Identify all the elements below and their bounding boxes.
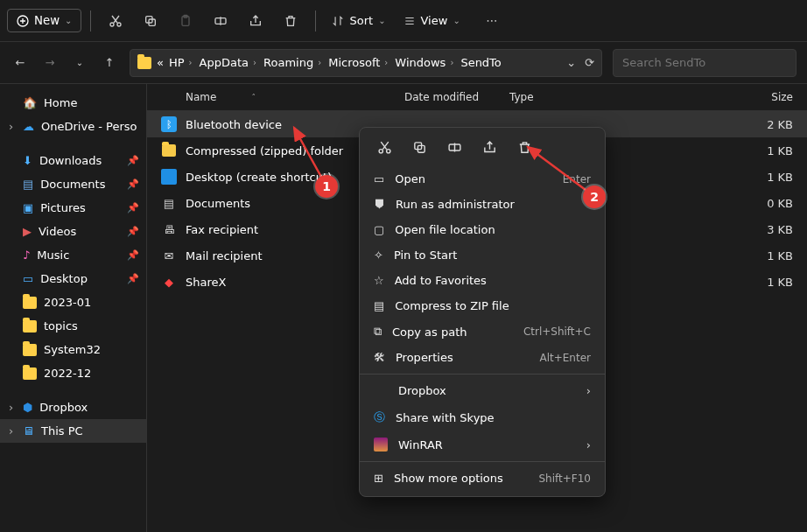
column-headers: Name˄ Date modified Type Size bbox=[147, 84, 807, 111]
sidebar-item-documents[interactable]: ▤Documents📌 bbox=[0, 172, 146, 196]
annotation-marker-2: 2 bbox=[583, 186, 606, 208]
svg-point-9 bbox=[386, 149, 389, 152]
desktop-icon: ▭ bbox=[23, 272, 33, 285]
cloud-icon: ☁ bbox=[23, 120, 34, 133]
search-box[interactable] bbox=[613, 49, 796, 77]
sidebar-item-videos[interactable]: ▶Videos📌 bbox=[0, 220, 146, 243]
sidebar-item-pictures[interactable]: ▣Pictures📌 bbox=[0, 196, 146, 220]
copy-icon[interactable] bbox=[411, 138, 428, 156]
paste-icon[interactable] bbox=[170, 5, 201, 37]
home-icon: 🏠 bbox=[23, 96, 37, 109]
share-icon[interactable] bbox=[481, 138, 498, 156]
new-button[interactable]: New ⌄ bbox=[7, 9, 81, 32]
col-size[interactable]: Size bbox=[740, 91, 793, 103]
bc-seg-5[interactable]: SendTo bbox=[460, 56, 501, 69]
bc-seg-3[interactable]: Microsoft› bbox=[328, 56, 389, 69]
cut-icon[interactable] bbox=[375, 138, 393, 156]
ctx-open-location[interactable]: ▢Open file location bbox=[360, 217, 605, 242]
sort-icon bbox=[332, 15, 344, 27]
folder-icon bbox=[23, 297, 37, 309]
sort-asc-icon: ˄ bbox=[251, 93, 256, 102]
col-name[interactable]: Name˄ bbox=[186, 91, 404, 103]
videos-icon: ▶ bbox=[23, 225, 32, 238]
ctx-winrar[interactable]: WinRAR› bbox=[360, 431, 605, 458]
view-label: View bbox=[421, 14, 448, 27]
sidebar-dropbox[interactable]: ⬢Dropbox bbox=[0, 396, 146, 419]
shield-icon: ⛊ bbox=[374, 198, 385, 211]
search-input[interactable] bbox=[622, 56, 787, 69]
view-icon bbox=[404, 15, 416, 27]
svg-point-8 bbox=[379, 149, 382, 152]
chevron-down-icon[interactable]: ⌄ bbox=[566, 56, 576, 69]
bc-seg-4[interactable]: Windows› bbox=[395, 56, 455, 69]
download-icon: ⬇ bbox=[23, 154, 32, 167]
sidebar-thispc[interactable]: 🖥This PC bbox=[0, 419, 146, 443]
ctx-copy-path[interactable]: ⧉Copy as pathCtrl+Shift+C bbox=[360, 318, 605, 345]
chevron-down-icon: ⌄ bbox=[378, 16, 385, 25]
sidebar-item-music[interactable]: ♪Music📌 bbox=[0, 243, 146, 267]
wrench-icon: 🛠 bbox=[374, 351, 385, 364]
sort-button[interactable]: Sort ⌄ bbox=[325, 9, 392, 32]
copy-icon[interactable] bbox=[135, 5, 166, 37]
folder-icon bbox=[23, 320, 37, 332]
sidebar-home-label: Home bbox=[44, 96, 77, 109]
toolbar: New ⌄ Sort ⌄ View ⌄ ⋯ bbox=[0, 0, 807, 42]
ctx-dropbox[interactable]: Dropbox› bbox=[360, 378, 605, 403]
separator bbox=[360, 461, 605, 462]
more-icon[interactable]: ⋯ bbox=[476, 5, 508, 37]
up-button[interactable]: ↑ bbox=[100, 53, 119, 73]
pictures-icon: ▣ bbox=[23, 201, 33, 214]
bc-seg-1[interactable]: AppData› bbox=[200, 56, 258, 69]
sidebar-item-2022-12[interactable]: 2022-12 bbox=[0, 361, 146, 385]
ctx-show-more[interactable]: ⊞Show more optionsShift+F10 bbox=[360, 466, 605, 491]
ctx-skype[interactable]: ⓈShare with Skype bbox=[360, 403, 605, 431]
back-button[interactable]: ← bbox=[11, 53, 30, 73]
dropbox-icon: ⬢ bbox=[23, 401, 32, 414]
separator bbox=[90, 10, 91, 32]
sidebar-item-2023-01[interactable]: 2023-01 bbox=[0, 290, 146, 314]
more-options-icon: ⊞ bbox=[374, 472, 383, 485]
folder-icon bbox=[23, 368, 37, 380]
breadcrumb[interactable]: « HP› AppData› Roaming› Microsoft› Windo… bbox=[130, 49, 602, 77]
bc-seg-0[interactable]: HP› bbox=[169, 56, 194, 69]
rename-icon[interactable] bbox=[446, 138, 463, 156]
zip-icon: ▤ bbox=[374, 299, 384, 312]
rename-icon[interactable] bbox=[205, 5, 236, 37]
delete-icon[interactable] bbox=[275, 5, 306, 37]
chevron-right-icon: › bbox=[586, 438, 591, 452]
fax-icon: 🖷 bbox=[161, 221, 177, 237]
sidebar-home[interactable]: 🏠 Home bbox=[0, 91, 146, 115]
sidebar-item-topics[interactable]: topics bbox=[0, 314, 146, 338]
sidebar-item-desktop[interactable]: ▭Desktop📌 bbox=[0, 267, 146, 290]
sidebar-onedrive[interactable]: ☁ OneDrive - Perso bbox=[0, 115, 146, 138]
col-type[interactable]: Type bbox=[509, 91, 606, 103]
winrar-icon bbox=[374, 438, 388, 452]
ctx-open[interactable]: ▭OpenEnter bbox=[360, 166, 605, 192]
recent-dropdown[interactable]: ⌄ bbox=[70, 53, 89, 73]
sidebar-item-downloads[interactable]: ⬇Downloads📌 bbox=[0, 149, 146, 172]
folder-icon: ▢ bbox=[374, 223, 384, 236]
ctx-properties[interactable]: 🛠PropertiesAlt+Enter bbox=[360, 345, 605, 370]
open-icon: ▭ bbox=[374, 172, 384, 186]
ctx-compress-zip[interactable]: ▤Compress to ZIP file bbox=[360, 293, 605, 318]
bc-seg-2[interactable]: Roaming› bbox=[263, 56, 323, 69]
annotation-marker-1: 1 bbox=[315, 175, 338, 198]
forward-button[interactable]: → bbox=[40, 53, 60, 73]
ctx-pin-start[interactable]: ✧Pin to Start bbox=[360, 242, 605, 268]
cut-icon[interactable] bbox=[100, 5, 131, 37]
col-date[interactable]: Date modified bbox=[404, 91, 509, 103]
pin-icon: ✧ bbox=[374, 248, 383, 262]
star-icon: ☆ bbox=[374, 274, 384, 287]
ctx-run-admin[interactable]: ⛊Run as administrator bbox=[360, 192, 605, 217]
copy-path-icon: ⧉ bbox=[374, 325, 382, 339]
delete-icon[interactable] bbox=[516, 138, 533, 156]
view-button[interactable]: View ⌄ bbox=[396, 9, 467, 32]
sidebar-item-system32[interactable]: System32 bbox=[0, 338, 146, 361]
plus-circle-icon bbox=[17, 15, 29, 27]
documents-icon: ▤ bbox=[23, 178, 33, 191]
ctx-add-favorites[interactable]: ☆Add to Favorites bbox=[360, 268, 605, 293]
share-icon[interactable] bbox=[240, 5, 271, 37]
folder-icon bbox=[137, 57, 151, 69]
refresh-icon[interactable]: ⟳ bbox=[585, 56, 594, 69]
pin-icon: 📌 bbox=[127, 155, 139, 166]
